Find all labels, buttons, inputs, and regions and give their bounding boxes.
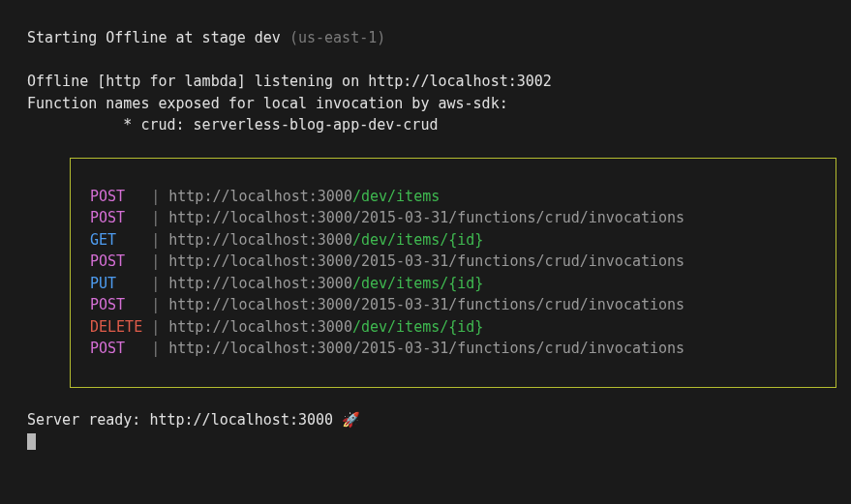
route-row: GET | http://localhost:3000/dev/items/{i… [90, 229, 816, 252]
http-method: POST [90, 296, 125, 313]
url-base: http://localhost:3000 [168, 188, 352, 205]
route-row: POST | http://localhost:3000/dev/items [90, 186, 816, 208]
url-base: http://localhost:3000 [168, 231, 352, 249]
server-ready-line: Server ready: http://localhost:3000 🚀 [27, 409, 824, 431]
routes-box: POST | http://localhost:3000/dev/itemsPO… [70, 158, 836, 388]
url-base: http://localhost:3000 [168, 275, 352, 292]
pipe-separator: | [151, 209, 168, 226]
pad [125, 296, 151, 313]
route-row: PUT | http://localhost:3000/dev/items/{i… [90, 273, 816, 295]
url-base: http://localhost:3000 [168, 252, 352, 270]
url-path: /dev/items/{id} [352, 318, 483, 336]
pipe-separator: | [151, 275, 168, 292]
pad [125, 209, 151, 226]
pad [116, 275, 151, 292]
http-method: POST [90, 252, 125, 270]
pipe-separator: | [151, 231, 168, 249]
pipe-separator: | [151, 318, 168, 336]
url-base: http://localhost:3000 [168, 340, 352, 357]
crud-line: * crud: serverless-blog-app-dev-crud [27, 114, 824, 136]
url-base: http://localhost:3000 [168, 318, 352, 336]
route-row: POST | http://localhost:3000/2015-03-31/… [90, 207, 816, 229]
http-method: PUT [90, 275, 116, 292]
pad [116, 231, 151, 249]
http-method: POST [90, 340, 125, 357]
route-row: POST | http://localhost:3000/2015-03-31/… [90, 251, 816, 273]
url-path: /dev/items/{id} [352, 231, 483, 249]
http-method: POST [90, 209, 125, 226]
pad [125, 252, 151, 270]
pad [142, 318, 151, 336]
url-base: http://localhost:3000 [168, 209, 352, 226]
function-names-line: Function names exposed for local invocat… [27, 93, 824, 115]
url-path: /dev/items [352, 188, 440, 205]
route-row: POST | http://localhost:3000/2015-03-31/… [90, 294, 816, 316]
blank-line [27, 49, 824, 72]
rocket-icon: 🚀 [342, 411, 360, 429]
url-path: /2015-03-31/functions/crud/invocations [352, 209, 684, 226]
http-method: POST [90, 188, 125, 205]
url-base: http://localhost:3000 [168, 296, 352, 313]
cursor-line [27, 430, 824, 453]
url-path: /2015-03-31/functions/crud/invocations [352, 252, 684, 270]
server-ready-text: Server ready: http://localhost:3000 [27, 411, 342, 429]
pipe-separator: | [151, 252, 168, 270]
region-text: (us-east-1) [289, 29, 385, 46]
pipe-separator: | [151, 340, 168, 357]
listening-line: Offline [http for lambda] listening on h… [27, 71, 824, 93]
url-path: /dev/items/{id} [352, 275, 483, 292]
url-path: /2015-03-31/functions/crud/invocations [352, 296, 684, 313]
pad [125, 340, 151, 357]
starting-text: Starting Offline at stage dev [27, 29, 289, 46]
http-method: GET [90, 231, 116, 249]
route-row: POST | http://localhost:3000/2015-03-31/… [90, 338, 816, 360]
http-method: DELETE [90, 318, 142, 336]
url-path: /2015-03-31/functions/crud/invocations [352, 340, 684, 357]
route-row: DELETE | http://localhost:3000/dev/items… [90, 316, 816, 339]
pad [125, 188, 151, 205]
pipe-separator: | [151, 296, 168, 313]
pipe-separator: | [151, 188, 168, 205]
terminal-cursor [27, 433, 36, 450]
starting-line: Starting Offline at stage dev (us-east-1… [27, 27, 824, 49]
